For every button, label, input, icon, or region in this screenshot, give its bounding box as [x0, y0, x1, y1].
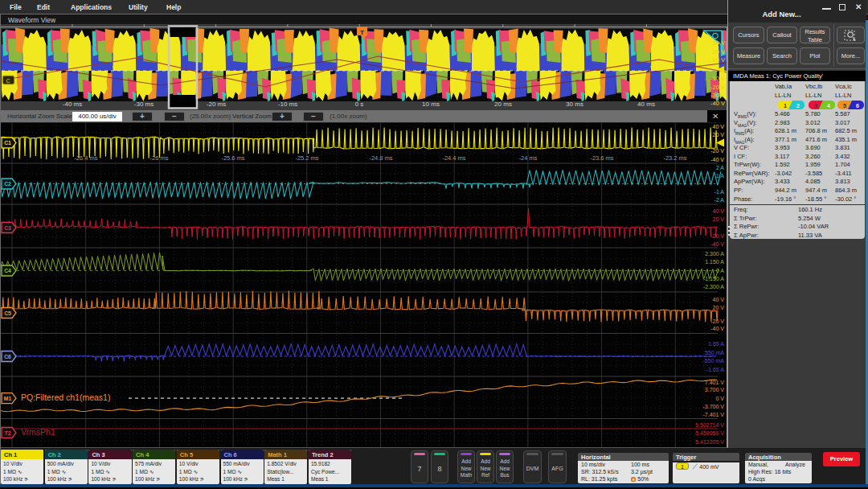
svg-text:5: 5 — [843, 103, 846, 109]
svg-text:C6: C6 — [4, 354, 11, 360]
svg-text:-23.2 ms: -23.2 ms — [663, 154, 686, 162]
svg-text:-30 ms: -30 ms — [134, 101, 154, 108]
svg-text:VrmsPh1: VrmsPh1 — [21, 427, 55, 437]
svg-text:1: 1 — [784, 103, 787, 109]
svg-text:-2.300 A: -2.300 A — [703, 284, 724, 290]
svg-text:30 ms: 30 ms — [566, 101, 583, 108]
svg-text:-23.6 ms: -23.6 ms — [590, 154, 613, 162]
svg-text:20 V: 20 V — [713, 48, 725, 55]
svg-text:-3.700 V: -3.700 V — [703, 404, 725, 409]
svg-text:-25.2 ms: -25.2 ms — [295, 154, 318, 162]
svg-text:-10 V: -10 V — [710, 75, 725, 82]
svg-text:20 V: 20 V — [713, 305, 725, 310]
svg-text:-1 A: -1 A — [714, 189, 725, 195]
svg-text:-1.150 A: -1.150 A — [703, 276, 724, 281]
svg-text:-25.6 ms: -25.6 ms — [221, 154, 244, 162]
svg-text:-20 V: -20 V — [710, 318, 724, 324]
svg-text:5.502714 V: 5.502714 V — [695, 422, 724, 428]
svg-text:20 ms: 20 ms — [494, 101, 512, 108]
svg-text:-40 ms: -40 ms — [63, 101, 82, 108]
svg-text:C1: C1 — [4, 140, 11, 146]
svg-text:-7.401 V: -7.401 V — [703, 412, 725, 417]
svg-text:0 V: 0 V — [715, 396, 724, 401]
svg-text:10 ms: 10 ms — [422, 101, 440, 108]
svg-text:-40 V: -40 V — [710, 157, 724, 162]
svg-text:3: 3 — [814, 103, 817, 109]
svg-text:40 ms: 40 ms — [637, 101, 655, 108]
svg-text:2.300 A: 2.300 A — [705, 251, 724, 257]
svg-text:PQ:Filtered ch1(meas1): PQ:Filtered ch1(meas1) — [21, 392, 110, 402]
svg-text:-40 V: -40 V — [710, 326, 724, 331]
svg-text:-20 V: -20 V — [710, 233, 724, 239]
svg-text:0 A: 0 A — [716, 268, 724, 273]
svg-text:-24 ms: -24 ms — [519, 154, 538, 162]
svg-text:-20 V: -20 V — [710, 84, 725, 91]
svg-text:5.459959 V: 5.459959 V — [695, 430, 724, 436]
svg-text:-20 ms: -20 ms — [207, 101, 226, 108]
svg-text:M1: M1 — [4, 396, 12, 401]
svg-text:-550 mA: -550 mA — [703, 358, 725, 364]
svg-text:40 V: 40 V — [713, 297, 725, 302]
svg-text:2: 2 — [796, 103, 800, 109]
svg-text:1.65 A: 1.65 A — [708, 341, 724, 347]
svg-text:-1.65 A: -1.65 A — [706, 367, 725, 372]
svg-text:4: 4 — [827, 103, 830, 109]
svg-text:20 V: 20 V — [713, 132, 725, 138]
svg-text:10 V: 10 V — [713, 56, 725, 64]
svg-text:3.700 V: 3.700 V — [705, 387, 724, 392]
svg-text:40 V: 40 V — [713, 208, 725, 214]
svg-text:T: T — [360, 29, 364, 36]
svg-text:1 A: 1 A — [716, 173, 724, 179]
svg-text:-20 V: -20 V — [710, 148, 724, 154]
svg-text:0 s: 0 s — [355, 101, 364, 108]
svg-text:-10 ms: -10 ms — [278, 101, 297, 108]
svg-text:C5: C5 — [4, 310, 11, 316]
svg-text:-30 V: -30 V — [710, 92, 725, 99]
svg-text:-24.8 ms: -24.8 ms — [369, 154, 392, 162]
svg-text:C4: C4 — [4, 268, 11, 273]
svg-text:T2: T2 — [5, 430, 11, 436]
svg-text:C: C — [6, 78, 10, 84]
svg-text:40 V: 40 V — [713, 124, 725, 129]
svg-text:-26.4 ms: -26.4 ms — [74, 154, 97, 162]
svg-text:C2: C2 — [4, 181, 11, 187]
svg-text:-2 A: -2 A — [714, 197, 725, 203]
svg-text:C3: C3 — [4, 225, 11, 231]
svg-text:-40 V: -40 V — [710, 241, 724, 247]
svg-text:30 V: 30 V — [713, 39, 725, 47]
svg-text:5.412205 V: 5.412205 V — [695, 439, 724, 445]
svg-text:7.401 V: 7.401 V — [705, 380, 724, 385]
svg-text:20 V: 20 V — [713, 216, 725, 222]
svg-text:550 mA: 550 mA — [705, 350, 724, 355]
svg-text:-24.4 ms: -24.4 ms — [442, 154, 465, 162]
svg-text:6: 6 — [856, 103, 859, 109]
svg-text:1.150 A: 1.150 A — [705, 259, 724, 265]
svg-text:2 A: 2 A — [716, 165, 724, 171]
svg-text:-40 V: -40 V — [710, 100, 725, 107]
